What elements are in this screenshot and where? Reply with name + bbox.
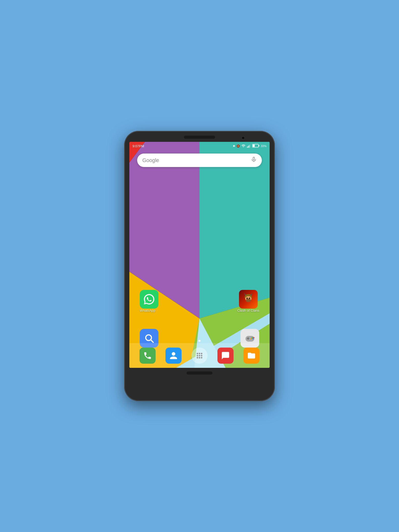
clash-of-clans-icon[interactable] bbox=[239, 290, 258, 309]
coc-label: Clash of Clans bbox=[237, 309, 259, 312]
whatsapp-app-item[interactable]: WhatsApp bbox=[140, 290, 158, 312]
svg-marker-20 bbox=[244, 293, 246, 296]
bluetooth-icon: ✖ bbox=[233, 144, 235, 148]
svg-point-32 bbox=[199, 353, 200, 354]
phone-device: 9:07PM ✖ 🔕 bbox=[124, 131, 275, 401]
status-icons: ✖ 🔕 bbox=[233, 144, 267, 148]
status-time: 9:07PM bbox=[132, 144, 144, 148]
svg-point-19 bbox=[249, 298, 250, 299]
svg-point-18 bbox=[246, 298, 248, 299]
svg-point-31 bbox=[197, 353, 198, 354]
svg-rect-8 bbox=[247, 147, 248, 148]
dock-phone[interactable] bbox=[139, 348, 156, 364]
wifi-icon bbox=[241, 144, 245, 148]
svg-rect-26 bbox=[248, 337, 249, 340]
svg-point-33 bbox=[201, 353, 202, 354]
page-dot bbox=[198, 340, 201, 342]
speaker-top bbox=[184, 136, 215, 139]
svg-point-37 bbox=[197, 357, 198, 358]
phone-screen: 9:07PM ✖ 🔕 bbox=[129, 142, 270, 368]
app-dock bbox=[129, 343, 270, 368]
silent-icon: 🔕 bbox=[236, 144, 240, 148]
svg-point-29 bbox=[252, 338, 254, 340]
svg-point-28 bbox=[253, 337, 255, 338]
microphone-icon[interactable] bbox=[251, 157, 257, 164]
whatsapp-icon[interactable] bbox=[140, 290, 158, 309]
google-logo: Google bbox=[142, 157, 159, 163]
home-button[interactable] bbox=[187, 371, 212, 375]
svg-point-38 bbox=[199, 357, 200, 358]
svg-line-23 bbox=[151, 340, 153, 342]
battery-percent: 33% bbox=[261, 144, 267, 148]
svg-marker-21 bbox=[250, 293, 252, 296]
dock-app-drawer[interactable] bbox=[191, 348, 208, 364]
svg-point-34 bbox=[197, 355, 198, 356]
svg-point-36 bbox=[201, 355, 202, 356]
status-bar: 9:07PM ✖ 🔕 bbox=[129, 142, 270, 150]
dock-messenger[interactable] bbox=[217, 348, 234, 364]
google-search-bar[interactable]: Google bbox=[137, 154, 262, 167]
svg-point-35 bbox=[199, 355, 200, 356]
dock-files[interactable] bbox=[243, 348, 260, 364]
svg-rect-14 bbox=[252, 144, 255, 147]
dock-contacts[interactable] bbox=[165, 348, 182, 364]
front-camera bbox=[241, 136, 245, 140]
svg-point-39 bbox=[201, 357, 202, 358]
page-indicator bbox=[198, 340, 201, 342]
svg-point-17 bbox=[246, 298, 251, 302]
svg-rect-9 bbox=[248, 146, 248, 148]
signal-icon bbox=[247, 144, 251, 148]
battery-text bbox=[252, 144, 260, 148]
svg-rect-11 bbox=[250, 145, 250, 148]
svg-rect-13 bbox=[258, 145, 259, 147]
svg-point-30 bbox=[251, 338, 252, 340]
whatsapp-label: WhatsApp bbox=[140, 309, 158, 312]
svg-point-27 bbox=[252, 337, 253, 338]
coc-app-item[interactable]: Clash of Clans bbox=[237, 290, 259, 312]
battery-icon bbox=[252, 144, 260, 148]
svg-rect-10 bbox=[249, 145, 249, 148]
